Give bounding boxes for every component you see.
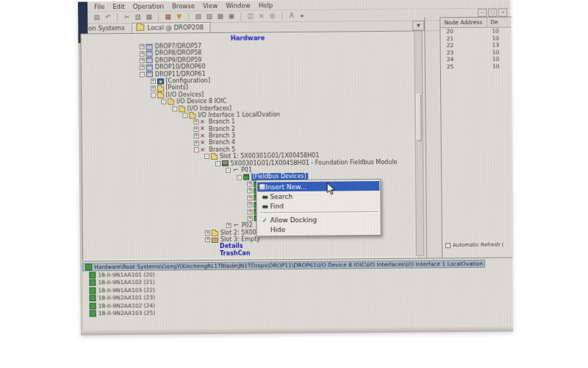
delete-icon[interactable]: × [257,12,265,20]
expand-toggle[interactable]: - [237,174,242,180]
expand-toggle[interactable]: + [193,133,198,138]
tree-node-label: DROP7/DROP57 [155,43,202,50]
tree-node-label: [Points] [166,85,188,92]
expand-toggle[interactable]: + [140,65,145,70]
menu-item-find[interactable]: Find [257,200,379,210]
menu-edit[interactable]: Edit [112,3,125,10]
expand-toggle[interactable]: - [161,99,166,105]
refresh-icon[interactable]: ◎ [268,12,276,20]
copy-icon[interactable]: ▥ [134,13,142,21]
device-cell: 10 [489,28,499,35]
expand-toggle[interactable]: - [204,154,209,159]
menu-operation[interactable]: Operation [133,2,164,10]
tree-node-label: DROP8/DROP58 [155,49,202,57]
tab-systems[interactable]: ation Systems [80,24,129,33]
column-device[interactable]: De [487,19,498,26]
paste-icon[interactable]: ▦ [145,13,153,21]
maximize-button[interactable]: □ [488,9,497,17]
undo-icon[interactable]: ↶ [104,13,112,21]
expand-toggle[interactable]: - [226,168,231,173]
expand-toggle[interactable]: - [215,161,220,166]
device-label: 1B-II-9N2AA103 (25) [98,310,156,317]
expand-toggle[interactable]: + [247,195,252,200]
menu-item-hide[interactable]: Hide [258,224,380,234]
expand-toggle[interactable]: - [182,113,187,118]
device-cell: 10 [489,35,499,41]
expand-toggle[interactable]: + [247,188,252,194]
chevron-down-icon[interactable]: ▼ [412,21,424,30]
toolbar-separator [117,13,118,21]
mouse-cursor [326,183,336,197]
binoculars-icon [259,204,270,208]
node-address-cell: 25 [441,63,490,70]
details-link[interactable]: Details [220,243,243,250]
automatic-refresh-checkbox[interactable] [445,243,451,248]
toolbar-separator [158,13,159,21]
folder-icon [157,86,164,91]
expand-toggle[interactable]: + [248,216,253,221]
menu-window[interactable]: Window [226,1,251,9]
tab-local-drop208[interactable]: Local @ DROP208 [132,22,211,34]
expand-toggle[interactable]: + [193,120,198,125]
expand-toggle[interactable]: + [247,182,252,187]
window-controls: −□× [478,8,507,16]
close-button[interactable]: × [498,8,507,16]
print-icon[interactable]: ▤ [93,13,101,21]
tree-scrollbar[interactable] [414,30,424,255]
menu-file[interactable]: File [94,3,104,10]
expand-toggle[interactable]: - [140,72,145,77]
tree-node-label: Branch 2 [209,125,235,132]
expand-toggle[interactable]: + [150,79,155,84]
minimize-button[interactable]: − [478,9,487,17]
run-icon[interactable]: ▸ [298,11,306,19]
copy-page-icon[interactable]: ▩ [216,12,224,20]
expand-toggle[interactable]: + [205,237,210,242]
config-icon [157,78,163,84]
expand-toggle[interactable]: + [140,51,145,56]
tree-node-label: 5X00301G01/1X00458H01 - Foundation Field… [230,158,397,166]
device-cell: 13 [490,42,500,49]
expand-toggle[interactable]: - [193,147,198,152]
column-node-address[interactable]: Node Address [440,18,487,28]
tree-node-label: [Configuration] [165,77,210,85]
export-icon[interactable]: ▨ [205,12,213,20]
automatic-refresh-row: Automatic Refresh ( [445,242,504,249]
select-icon[interactable]: ◫ [246,12,254,20]
expand-toggle[interactable]: + [226,223,232,228]
expand-toggle[interactable]: + [140,58,145,63]
drop-icon [146,51,153,57]
menu-item-label: Insert New... [265,183,306,190]
find-icon[interactable]: A [287,11,295,19]
expand-toggle[interactable]: - [172,106,177,111]
expand-toggle[interactable]: + [193,127,198,132]
menu-browse[interactable]: Browse [172,2,195,10]
branch-icon [200,126,207,132]
camera-icon[interactable]: ▣ [227,12,235,20]
color-map-icon[interactable]: ▦ [164,13,172,21]
node-address-row[interactable]: 2510 [441,63,512,70]
binoculars-icon [259,194,270,199]
menu-help[interactable]: Help [259,1,273,9]
node-address-cell: 23 [441,49,490,56]
expand-toggle[interactable]: - [151,93,156,98]
tree-node-label: I/O Interface 1 LocalOvation [198,111,280,118]
node-address-pane: Node Address De 201021102213231024102510… [440,16,514,259]
expand-toggle[interactable]: + [193,141,198,146]
menu-item-label: Search [270,193,293,200]
insert-new-icon [259,183,265,190]
import-icon[interactable]: ▧ [194,13,202,21]
expand-toggle[interactable]: + [140,44,145,49]
toolbar-separator [240,12,241,20]
expand-toggle[interactable]: + [151,85,156,91]
device-list: 1B-II-9N1AA101 (20)1B-II-9N1AA102 (21)1B… [82,267,513,317]
tree-node-label: Branch 1 [209,118,235,126]
expand-toggle[interactable]: + [205,230,210,236]
menu-view[interactable]: View [203,1,218,9]
filter-icon[interactable]: ▼ [175,13,183,21]
expand-toggle[interactable]: + [247,202,252,208]
drop-icon [146,57,153,63]
scrollbar-thumb[interactable] [416,94,422,141]
cut-icon[interactable]: ✂ [123,13,131,21]
expand-toggle[interactable]: + [248,209,253,214]
trashcan-link[interactable]: TrashCan [220,250,250,257]
